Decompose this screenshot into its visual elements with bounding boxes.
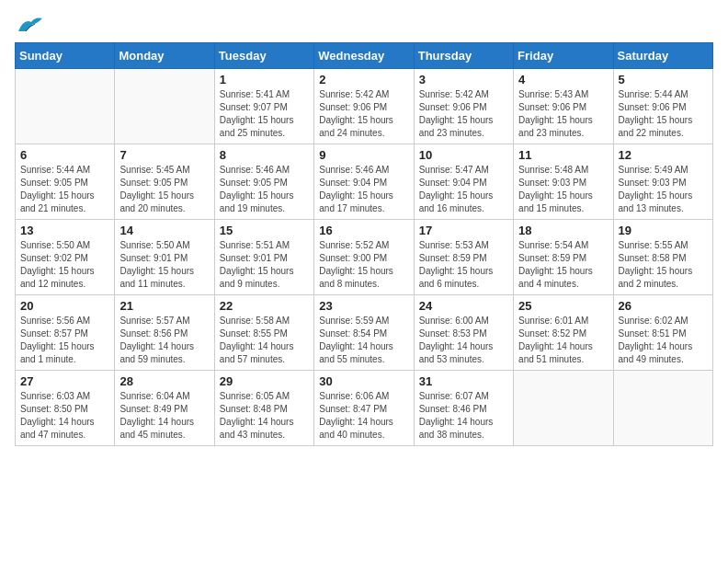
day-number: 2 <box>319 73 408 86</box>
day-number: 29 <box>220 374 309 388</box>
calendar-cell: 6Sunrise: 5:44 AM Sunset: 9:05 PM Daylig… <box>16 144 115 220</box>
day-number: 12 <box>619 148 708 162</box>
calendar-cell: 28Sunrise: 6:04 AM Sunset: 8:49 PM Dayli… <box>115 371 214 446</box>
logo-bird-icon <box>17 15 42 35</box>
day-number: 25 <box>518 299 608 313</box>
calendar-cell: 8Sunrise: 5:46 AM Sunset: 9:05 PM Daylig… <box>214 144 313 220</box>
day-info: Sunrise: 5:43 AM Sunset: 9:06 PM Dayligh… <box>518 88 608 140</box>
day-number: 3 <box>419 73 508 86</box>
day-number: 23 <box>319 299 408 313</box>
calendar-cell: 14Sunrise: 5:50 AM Sunset: 9:01 PM Dayli… <box>115 220 214 295</box>
calendar-cell: 20Sunrise: 5:56 AM Sunset: 8:57 PM Dayli… <box>16 295 115 371</box>
day-info: Sunrise: 5:51 AM Sunset: 9:01 PM Dayligh… <box>220 239 309 291</box>
day-number: 14 <box>119 224 209 237</box>
calendar-cell: 17Sunrise: 5:53 AM Sunset: 8:59 PM Dayli… <box>414 220 513 295</box>
day-info: Sunrise: 5:42 AM Sunset: 9:06 PM Dayligh… <box>319 88 408 140</box>
day-info: Sunrise: 5:50 AM Sunset: 9:01 PM Dayligh… <box>119 239 209 291</box>
day-header-friday: Friday <box>514 43 613 69</box>
day-number: 5 <box>619 73 708 86</box>
calendar-cell: 3Sunrise: 5:42 AM Sunset: 9:06 PM Daylig… <box>414 69 513 144</box>
day-info: Sunrise: 5:49 AM Sunset: 9:03 PM Dayligh… <box>619 164 708 215</box>
calendar-cell: 31Sunrise: 6:07 AM Sunset: 8:46 PM Dayli… <box>414 371 513 446</box>
day-header-sunday: Sunday <box>16 43 115 69</box>
day-info: Sunrise: 5:53 AM Sunset: 8:59 PM Dayligh… <box>419 239 508 291</box>
day-info: Sunrise: 5:55 AM Sunset: 8:58 PM Dayligh… <box>619 239 708 291</box>
day-number: 6 <box>20 148 109 162</box>
day-number: 18 <box>518 224 608 237</box>
day-info: Sunrise: 6:01 AM Sunset: 8:52 PM Dayligh… <box>518 315 608 366</box>
day-header-saturday: Saturday <box>613 43 712 69</box>
calendar-cell: 13Sunrise: 5:50 AM Sunset: 9:02 PM Dayli… <box>16 220 115 295</box>
week-row-1: 1Sunrise: 5:41 AM Sunset: 9:07 PM Daylig… <box>16 69 713 144</box>
calendar-cell <box>613 371 712 446</box>
day-number: 20 <box>20 299 109 313</box>
day-number: 21 <box>119 299 209 313</box>
day-info: Sunrise: 5:50 AM Sunset: 9:02 PM Dayligh… <box>20 239 109 291</box>
day-info: Sunrise: 5:41 AM Sunset: 9:07 PM Dayligh… <box>220 88 309 140</box>
day-number: 15 <box>220 224 309 237</box>
day-number: 22 <box>220 299 309 313</box>
day-info: Sunrise: 5:48 AM Sunset: 9:03 PM Dayligh… <box>518 164 608 215</box>
day-number: 16 <box>319 224 408 237</box>
day-info: Sunrise: 5:45 AM Sunset: 9:05 PM Dayligh… <box>119 164 209 215</box>
calendar-cell: 2Sunrise: 5:42 AM Sunset: 9:06 PM Daylig… <box>314 69 414 144</box>
day-number: 8 <box>220 148 309 162</box>
day-info: Sunrise: 5:44 AM Sunset: 9:05 PM Dayligh… <box>20 164 109 215</box>
calendar-cell <box>115 69 214 144</box>
page-header <box>15 15 713 35</box>
day-info: Sunrise: 5:42 AM Sunset: 9:06 PM Dayligh… <box>419 88 508 140</box>
calendar-cell: 29Sunrise: 6:05 AM Sunset: 8:48 PM Dayli… <box>214 371 313 446</box>
day-number: 26 <box>619 299 708 313</box>
calendar-cell: 9Sunrise: 5:46 AM Sunset: 9:04 PM Daylig… <box>314 144 414 220</box>
day-info: Sunrise: 5:56 AM Sunset: 8:57 PM Dayligh… <box>20 315 109 366</box>
day-info: Sunrise: 5:47 AM Sunset: 9:04 PM Dayligh… <box>419 164 508 215</box>
calendar-cell <box>514 371 613 446</box>
day-info: Sunrise: 5:44 AM Sunset: 9:06 PM Dayligh… <box>619 88 708 140</box>
day-number: 13 <box>20 224 109 237</box>
calendar-cell: 22Sunrise: 5:58 AM Sunset: 8:55 PM Dayli… <box>214 295 313 371</box>
day-number: 17 <box>419 224 508 237</box>
day-info: Sunrise: 6:00 AM Sunset: 8:53 PM Dayligh… <box>419 315 508 366</box>
calendar-cell: 4Sunrise: 5:43 AM Sunset: 9:06 PM Daylig… <box>514 69 613 144</box>
day-info: Sunrise: 5:57 AM Sunset: 8:56 PM Dayligh… <box>119 315 209 366</box>
day-number: 30 <box>319 374 408 388</box>
day-number: 24 <box>419 299 508 313</box>
calendar-cell <box>16 69 115 144</box>
calendar-cell: 21Sunrise: 5:57 AM Sunset: 8:56 PM Dayli… <box>115 295 214 371</box>
week-row-5: 27Sunrise: 6:03 AM Sunset: 8:50 PM Dayli… <box>16 371 713 446</box>
day-header-wednesday: Wednesday <box>314 43 414 69</box>
day-info: Sunrise: 6:05 AM Sunset: 8:48 PM Dayligh… <box>220 390 309 442</box>
day-number: 10 <box>419 148 508 162</box>
calendar-cell: 11Sunrise: 5:48 AM Sunset: 9:03 PM Dayli… <box>514 144 613 220</box>
calendar-cell: 7Sunrise: 5:45 AM Sunset: 9:05 PM Daylig… <box>115 144 214 220</box>
day-number: 28 <box>119 374 209 388</box>
calendar-cell: 15Sunrise: 5:51 AM Sunset: 9:01 PM Dayli… <box>214 220 313 295</box>
day-info: Sunrise: 6:04 AM Sunset: 8:49 PM Dayligh… <box>119 390 209 442</box>
calendar-cell: 25Sunrise: 6:01 AM Sunset: 8:52 PM Dayli… <box>514 295 613 371</box>
logo <box>15 15 42 35</box>
calendar-cell: 19Sunrise: 5:55 AM Sunset: 8:58 PM Dayli… <box>613 220 712 295</box>
day-info: Sunrise: 5:58 AM Sunset: 8:55 PM Dayligh… <box>220 315 309 366</box>
day-header-tuesday: Tuesday <box>214 43 313 69</box>
day-info: Sunrise: 5:59 AM Sunset: 8:54 PM Dayligh… <box>319 315 408 366</box>
day-number: 1 <box>220 73 309 86</box>
calendar-table: SundayMondayTuesdayWednesdayThursdayFrid… <box>15 42 713 446</box>
calendar-cell: 30Sunrise: 6:06 AM Sunset: 8:47 PM Dayli… <box>314 371 414 446</box>
calendar-cell: 5Sunrise: 5:44 AM Sunset: 9:06 PM Daylig… <box>613 69 712 144</box>
day-info: Sunrise: 6:03 AM Sunset: 8:50 PM Dayligh… <box>20 390 109 442</box>
day-info: Sunrise: 5:54 AM Sunset: 8:59 PM Dayligh… <box>518 239 608 291</box>
day-header-thursday: Thursday <box>414 43 513 69</box>
week-row-2: 6Sunrise: 5:44 AM Sunset: 9:05 PM Daylig… <box>16 144 713 220</box>
calendar-cell: 27Sunrise: 6:03 AM Sunset: 8:50 PM Dayli… <box>16 371 115 446</box>
day-number: 9 <box>319 148 408 162</box>
calendar-cell: 23Sunrise: 5:59 AM Sunset: 8:54 PM Dayli… <box>314 295 414 371</box>
week-row-3: 13Sunrise: 5:50 AM Sunset: 9:02 PM Dayli… <box>16 220 713 295</box>
calendar-header-row: SundayMondayTuesdayWednesdayThursdayFrid… <box>16 43 713 69</box>
calendar-cell: 26Sunrise: 6:02 AM Sunset: 8:51 PM Dayli… <box>613 295 712 371</box>
day-info: Sunrise: 6:07 AM Sunset: 8:46 PM Dayligh… <box>419 390 508 442</box>
day-number: 19 <box>619 224 708 237</box>
calendar-cell: 12Sunrise: 5:49 AM Sunset: 9:03 PM Dayli… <box>613 144 712 220</box>
day-number: 7 <box>119 148 209 162</box>
day-number: 11 <box>518 148 608 162</box>
calendar-cell: 1Sunrise: 5:41 AM Sunset: 9:07 PM Daylig… <box>214 69 313 144</box>
